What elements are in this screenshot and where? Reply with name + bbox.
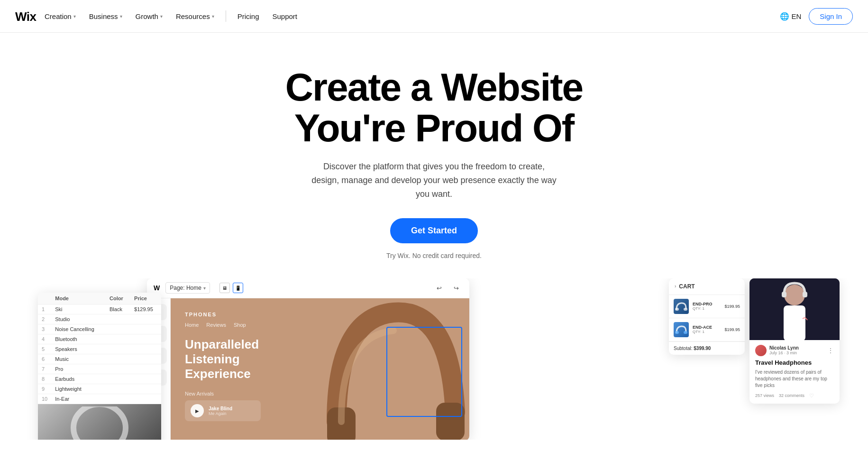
blog-post-excerpt: I've reviewed dozens of pairs of headpho… <box>755 369 834 389</box>
table-row: 4 Bluetooth <box>38 334 161 344</box>
cart-item-image-2 <box>674 322 689 337</box>
col-mode: Mode <box>51 293 106 304</box>
cart-subtotal: Subtotal: $399.90 <box>669 341 745 355</box>
svg-rect-14 <box>784 305 805 340</box>
cart-item-qty-2: QTY: 1 <box>693 330 721 334</box>
blog-panel: Nicolas Lynn July 16 · 3 min ⋮ Travel He… <box>749 278 840 404</box>
nav-item-resources[interactable]: Resources ▾ <box>170 9 220 24</box>
cart-item-price-2: $199.95 <box>724 327 740 332</box>
table-panel: Mode Color Price 1 Ski Black $129.95 2 S… <box>38 293 161 440</box>
cart-item-name-2: END-ACE <box>693 325 721 330</box>
nav-item-support[interactable]: Support <box>267 9 303 24</box>
table-row: 5 Speakers <box>38 344 161 354</box>
blog-author-name: Nicolas Lynn <box>769 345 824 351</box>
blog-comments: 32 comments <box>779 393 804 398</box>
blog-views: 257 views <box>755 393 774 398</box>
more-options-icon[interactable]: ⋮ <box>827 347 834 354</box>
cart-item-name-1: END-PRO <box>693 302 721 306</box>
get-started-button[interactable]: Get Started <box>390 218 478 243</box>
cart-item-image-1 <box>674 299 689 314</box>
sign-in-button[interactable]: Sign In <box>809 8 853 25</box>
svg-rect-13 <box>803 292 807 297</box>
globe-icon: 🌐 <box>780 12 789 21</box>
blog-post-title: Travel Headphones <box>755 359 834 366</box>
cart-item-2: END-ACE QTY: 1 $199.95 <box>669 318 745 341</box>
nav-divider <box>226 10 226 22</box>
editor-toolbar: W Page: Home ▾ 🖥 📱 ↩ ↪ <box>147 278 469 298</box>
table-row: 7 Pro <box>38 364 161 374</box>
nav-item-business[interactable]: Business ▾ <box>83 9 128 24</box>
cart-item-qty-1: QTY: 1 <box>693 306 721 311</box>
cart-title: CART <box>679 283 694 290</box>
table-row: 3 Noise Cancelling <box>38 324 161 334</box>
wix-logo[interactable]: Wix <box>15 9 39 23</box>
chevron-down-icon: ▾ <box>120 14 122 19</box>
blog-stats: 257 views 32 comments ♡ <box>755 393 834 399</box>
table-row: 8 Earbuds <box>38 374 161 384</box>
editor-panel: W Page: Home ▾ 🖥 📱 ↩ ↪ ＋ ⊞ ↑ ≡ <box>147 278 469 440</box>
table-row: 10 In-Ear <box>38 394 161 404</box>
page-selector[interactable]: Page: Home ▾ <box>165 282 210 294</box>
table-row: 6 Music <box>38 354 161 364</box>
selection-box <box>386 327 462 417</box>
table-row: 2 Studio <box>38 314 161 324</box>
language-selector[interactable]: 🌐 EN <box>780 12 801 21</box>
svg-rect-7 <box>684 308 687 311</box>
col-num <box>38 293 51 304</box>
cart-item-1: END-PRO QTY: 1 $199.95 <box>669 295 745 318</box>
table-row: 9 Lightweight <box>38 384 161 394</box>
cart-panel: › CART END-PRO QTY: 1 $199.95 <box>669 278 745 355</box>
blog-author-info: Nicolas Lynn July 16 · 3 min <box>769 345 824 355</box>
cart-header: › CART <box>669 278 745 295</box>
col-color: Color <box>106 293 130 304</box>
hero-title: Create a Website You're Proud Of <box>245 67 624 148</box>
chevron-down-icon: ▾ <box>212 14 214 19</box>
editor-content: TPHONES Home Reviews Shop Unparalleled L… <box>171 298 469 440</box>
nav-item-pricing[interactable]: Pricing <box>232 9 265 24</box>
svg-rect-12 <box>782 292 786 297</box>
nav-right: 🌐 EN Sign In <box>780 8 853 25</box>
table-row: 1 Ski Black $129.95 <box>38 304 161 314</box>
track-artist: Me Again <box>209 411 232 416</box>
editor-actions: ↩ ↪ <box>432 281 463 295</box>
navbar: Wix Creation ▾ Business ▾ Growth ▾ Resou… <box>0 0 868 33</box>
chevron-down-icon: ▾ <box>73 14 76 19</box>
blog-content: Nicolas Lynn July 16 · 3 min ⋮ Travel He… <box>749 340 840 404</box>
desktop-view-icon[interactable]: 🖥 <box>219 283 230 293</box>
mockup-area: Mode Color Price 1 Ski Black $129.95 2 S… <box>0 278 868 440</box>
hero-section: Create a Website You're Proud Of Discove… <box>0 33 868 278</box>
blog-author-avatar <box>755 345 767 356</box>
svg-rect-9 <box>684 331 687 334</box>
editor-canvas: ＋ ⊞ ↑ ≡ TPHONES Home Reviews Shop Unpara… <box>147 298 469 440</box>
hero-subtitle: Discover the platform that gives you the… <box>311 160 557 201</box>
nav-item-creation[interactable]: Creation ▾ <box>39 9 82 24</box>
svg-point-1 <box>73 406 126 440</box>
col-price: Price <box>130 293 161 304</box>
chevron-right-icon: › <box>675 284 676 289</box>
blog-date: July 16 · 3 min <box>769 351 824 355</box>
play-button[interactable]: ▶ <box>191 404 204 417</box>
redo-button[interactable]: ↪ <box>449 281 463 295</box>
nav-links: Creation ▾ Business ▾ Growth ▾ Resources… <box>39 9 780 24</box>
cart-item-info-2: END-ACE QTY: 1 <box>693 325 721 334</box>
track-info: Jake Blind Me Again <box>209 406 232 416</box>
mobile-view-icon[interactable]: 📱 <box>233 283 243 293</box>
cart-item-info-1: END-PRO QTY: 1 <box>693 302 721 311</box>
svg-text:Wix: Wix <box>15 9 37 23</box>
product-image <box>38 404 161 440</box>
cart-item-price-1: $199.95 <box>724 304 740 309</box>
blog-cover-image <box>749 278 840 340</box>
undo-button[interactable]: ↩ <box>432 281 446 295</box>
svg-rect-6 <box>675 308 679 311</box>
svg-point-11 <box>784 285 805 305</box>
chevron-down-icon: ▾ <box>203 286 206 291</box>
editor-wix-logo: W <box>154 284 160 292</box>
music-card: ▶ Jake Blind Me Again <box>185 400 261 421</box>
chevron-down-icon: ▾ <box>160 14 163 19</box>
blog-author-row: Nicolas Lynn July 16 · 3 min ⋮ <box>755 345 834 356</box>
heart-icon[interactable]: ♡ <box>809 393 814 399</box>
site-headline: Unparalleled Listening Experience <box>185 337 280 382</box>
headphone-illustration <box>308 298 469 440</box>
nav-item-growth[interactable]: Growth ▾ <box>130 9 168 24</box>
hero-note: Try Wix. No credit card required. <box>9 252 859 259</box>
